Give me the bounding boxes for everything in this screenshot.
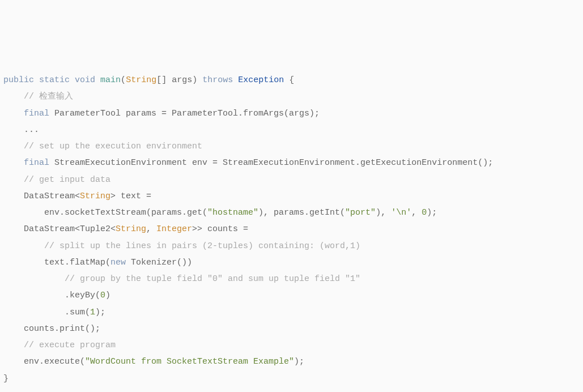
- token-kw: void: [75, 75, 95, 85]
- code-line: ...: [3, 122, 580, 138]
- code-line: // execute program: [3, 337, 580, 353]
- token-type: String: [116, 224, 146, 234]
- code-line: DataStream<Tuple2<String, Integer>> coun…: [3, 221, 580, 237]
- token-kw: static: [39, 75, 70, 85]
- code-line: counts.print();: [3, 321, 580, 337]
- token-cmt: // get input data: [24, 175, 110, 185]
- token-num: 0: [422, 208, 427, 218]
- token-kw: final: [24, 158, 49, 168]
- code-line: DataStream<String> text =: [3, 188, 580, 204]
- token-num: 1: [90, 308, 95, 317]
- token-kw: public: [3, 75, 34, 85]
- token-num: 0: [100, 291, 105, 300]
- token-cmt: // set up the execution environment: [24, 142, 202, 151]
- token-cmt: // split up the lines in pairs (2-tuples…: [44, 241, 360, 251]
- code-line: .sum(1);: [3, 304, 580, 321]
- token-kw: throws: [202, 75, 233, 85]
- token-type: String: [80, 191, 110, 201]
- token-cmt: // group by the tuple field "0" and sum …: [65, 274, 360, 284]
- code-line: final ParameterTool params = ParameterTo…: [3, 105, 580, 122]
- code-line: env.execute("WordCount from SocketTextSt…: [3, 353, 580, 370]
- token-str: "hostname": [207, 208, 258, 218]
- token-str: "WordCount from SocketTextStream Example…: [85, 357, 294, 367]
- code-line: // get input data: [3, 172, 580, 188]
- code-line: final StreamExecutionEnvironment env = S…: [3, 155, 580, 171]
- code-line: .keyBy(0): [3, 287, 580, 304]
- code-line: // 检查输入: [3, 88, 580, 105]
- token-kw: new: [110, 258, 126, 267]
- token-cmt: // execute program: [24, 340, 116, 350]
- token-type: Integer: [156, 224, 192, 234]
- token-cmt: // 检查输入: [24, 92, 73, 101]
- code-line: // split up the lines in pairs (2-tuples…: [3, 238, 580, 254]
- code-line: // set up the execution environment: [3, 138, 580, 155]
- code-line: }: [3, 370, 580, 387]
- token-type: String: [126, 75, 156, 85]
- code-line: public static void main(String[] args) t…: [3, 72, 580, 88]
- token-chr: '\n': [391, 208, 411, 218]
- token-fn: main: [100, 75, 121, 85]
- code-line: text.flatMap(new Tokenizer()): [3, 254, 580, 271]
- code-line: // group by the tuple field "0" and sum …: [3, 271, 580, 287]
- code-line: env.socketTextStream(params.get("hostnam…: [3, 204, 580, 221]
- token-kw: final: [24, 109, 49, 118]
- token-cls: Exception: [238, 75, 284, 85]
- token-str: "port": [345, 208, 376, 218]
- code-block: public static void main(String[] args) t…: [3, 72, 580, 387]
